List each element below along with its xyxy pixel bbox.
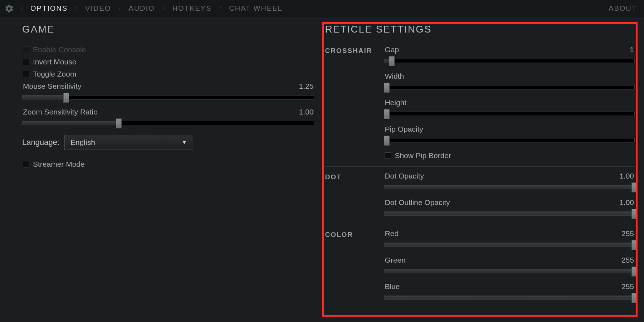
zoom-sensitivity-block: Zoom Sensitivity Ratio 1.00 [22,108,314,127]
color-label: COLOR [325,229,384,239]
green-label: Green [385,256,405,264]
streamer-mode-label: Streamer Mode [33,160,85,169]
tab-separator: / [117,5,122,12]
gap-value: 1 [630,45,634,54]
gap-block: Gap1 [384,45,635,65]
crosshair-section: CROSSHAIR Gap1 Width Height Pip Opacity [325,45,635,167]
red-value: 255 [621,229,634,238]
streamer-mode-checkbox[interactable] [23,161,29,167]
language-value: English [70,138,95,147]
mouse-sensitivity-block: Mouse Sensitivity 1.25 [22,82,314,101]
tab-separator: / [161,5,166,12]
show-pip-border-checkbox[interactable] [385,152,391,159]
pip-opacity-slider[interactable] [384,136,635,144]
dot-opacity-value: 1.00 [619,172,634,180]
width-slider[interactable] [384,83,635,91]
language-row: Language: English ▼ [22,135,314,150]
dot-outline-opacity-value: 1.00 [619,198,634,207]
gap-slider[interactable] [384,57,635,65]
streamer-mode-row: Streamer Mode [22,160,314,169]
invert-mouse-row: Invert Mouse [22,58,314,66]
tab-audio[interactable]: AUDIO [122,4,161,13]
tab-hotkeys[interactable]: HOTKEYS [166,4,218,13]
dot-section: DOT Dot Opacity1.00 Dot Outline Opacity1… [325,172,635,224]
red-label: Red [385,229,399,238]
zoom-sensitivity-value: 1.00 [299,108,314,116]
content: GAME Enable Console Invert Mouse Toggle … [0,17,644,313]
color-section: COLOR Red255 Green255 Blue255 [325,229,635,308]
crosshair-label: CROSSHAIR [325,45,384,55]
height-block: Height [384,98,635,118]
enable-console-label: Enable Console [33,45,86,54]
dot-outline-opacity-label: Dot Outline Opacity [385,198,450,207]
dot-outline-opacity-block: Dot Outline Opacity1.00 [384,198,635,218]
width-label: Width [385,72,404,80]
reticle-panel: RETICLE SETTINGS CROSSHAIR Gap1 Width He… [325,24,635,313]
height-slider[interactable] [384,110,635,118]
show-pip-border-row: Show Pip Border [384,151,635,160]
tab-bar: / OPTIONS / VIDEO / AUDIO / HOTKEYS / CH… [19,4,289,13]
tab-chat-wheel[interactable]: CHAT WHEEL [223,4,289,13]
green-slider[interactable] [384,267,635,275]
blue-slider[interactable] [384,294,635,302]
width-block: Width [384,72,635,91]
dot-opacity-block: Dot Opacity1.00 [384,172,635,191]
mouse-sensitivity-slider[interactable] [22,93,314,101]
zoom-sensitivity-slider[interactable] [22,119,314,127]
dot-label: DOT [325,172,384,181]
top-nav: / OPTIONS / VIDEO / AUDIO / HOTKEYS / CH… [0,0,644,17]
toggle-zoom-label: Toggle Zoom [33,70,76,78]
game-title: GAME [22,24,314,38]
green-block: Green255 [384,256,635,275]
red-slider[interactable] [384,241,635,249]
dot-opacity-slider[interactable] [384,183,635,191]
mouse-sensitivity-value: 1.25 [299,82,314,91]
language-dropdown[interactable]: English ▼ [64,135,193,150]
tab-video[interactable]: VIDEO [79,4,117,13]
height-label: Height [385,98,406,107]
enable-console-row: Enable Console [22,45,314,54]
tab-options[interactable]: OPTIONS [24,4,74,13]
tab-separator: / [74,5,79,12]
zoom-sensitivity-label: Zoom Sensitivity Ratio [23,108,98,116]
blue-value: 255 [621,282,634,291]
invert-mouse-label: Invert Mouse [33,58,76,66]
about-link[interactable]: ABOUT [609,4,640,13]
gap-label: Gap [385,45,399,54]
invert-mouse-checkbox[interactable] [23,59,29,65]
chevron-down-icon: ▼ [181,139,187,146]
toggle-zoom-checkbox[interactable] [23,71,29,77]
red-block: Red255 [384,229,635,249]
toggle-zoom-row: Toggle Zoom [22,70,314,78]
enable-console-checkbox[interactable] [23,47,29,53]
tab-separator: / [19,5,24,12]
dot-opacity-label: Dot Opacity [385,172,424,180]
game-panel: GAME Enable Console Invert Mouse Toggle … [22,24,314,313]
mouse-sensitivity-label: Mouse Sensitivity [23,82,81,91]
blue-label: Blue [385,282,400,291]
green-value: 255 [621,256,634,264]
show-pip-border-label: Show Pip Border [395,151,451,160]
language-label: Language: [22,138,59,147]
pip-opacity-block: Pip Opacity [384,125,635,144]
tab-separator: / [218,5,223,12]
dot-outline-opacity-slider[interactable] [384,210,635,218]
reticle-title: RETICLE SETTINGS [325,24,635,38]
gear-icon[interactable] [4,4,14,14]
pip-opacity-label: Pip Opacity [385,125,423,133]
blue-block: Blue255 [384,282,635,302]
